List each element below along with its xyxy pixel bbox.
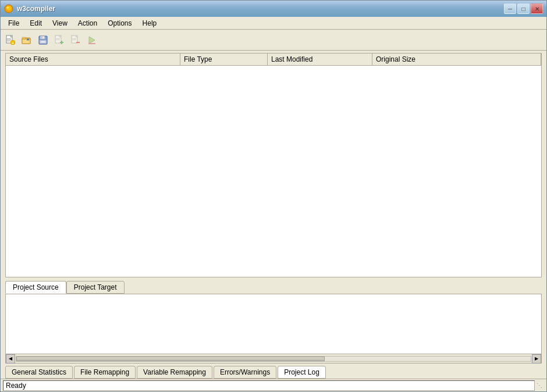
open-icon — [22, 35, 32, 45]
menu-file[interactable]: File — [3, 17, 24, 29]
menu-view[interactable]: View — [47, 17, 73, 29]
compile-icon — [87, 35, 97, 45]
tab-errors-warnings[interactable]: Errors/Warnings — [214, 366, 276, 379]
file-list-area: Source Files File Type Last Modified Ori… — [5, 53, 542, 277]
column-header-type: File Type — [180, 54, 268, 65]
svg-rect-5 — [7, 38, 11, 39]
toolbar-remove-button[interactable] — [68, 33, 83, 48]
svg-text:+: + — [12, 41, 14, 45]
menu-edit[interactable]: Edit — [24, 17, 47, 29]
file-list-body[interactable] — [6, 66, 541, 277]
source-tabs: Project Source Project Target — [1, 280, 546, 294]
svg-rect-16 — [41, 36, 42, 38]
tab-project-log[interactable]: Project Log — [278, 366, 326, 379]
title-bar: w3compiler ─ □ ✕ — [1, 1, 546, 17]
tab-file-remapping[interactable]: File Remapping — [74, 366, 136, 379]
tab-project-source[interactable]: Project Source — [5, 281, 66, 294]
menu-bar: File Edit View Action Options Help — [1, 17, 546, 30]
minimize-button[interactable]: ─ — [504, 3, 516, 14]
tab-project-target[interactable]: Project Target — [66, 281, 125, 294]
toolbar-new-button[interactable]: + — [3, 33, 18, 48]
status-bar: Ready ⋱ — [1, 379, 546, 391]
toolbar-compile-button[interactable] — [84, 33, 100, 48]
resize-grip[interactable]: ⋱ — [535, 381, 544, 390]
main-content: Source Files File Type Last Modified Ori… — [1, 51, 546, 391]
bottom-content[interactable] — [6, 294, 541, 354]
title-bar-left: w3compiler — [4, 4, 55, 13]
column-header-size: Original Size — [372, 54, 541, 65]
column-header-modified: Last Modified — [268, 54, 372, 65]
svg-rect-12 — [22, 37, 26, 39]
menu-options[interactable]: Options — [102, 17, 137, 29]
app-icon — [4, 4, 13, 13]
toolbar-open-button[interactable] — [19, 33, 34, 48]
add-icon — [54, 35, 65, 45]
svg-rect-27 — [72, 38, 76, 39]
new-file-icon: + — [5, 35, 16, 45]
scroll-thumb[interactable] — [16, 357, 325, 361]
svg-point-2 — [6, 7, 9, 9]
tab-variable-remapping[interactable]: Variable Remapping — [137, 366, 212, 379]
toolbar-save-button[interactable] — [35, 33, 51, 48]
svg-rect-6 — [7, 40, 11, 40]
column-header-source: Source Files — [6, 54, 180, 65]
save-icon — [38, 35, 48, 45]
scroll-track[interactable] — [16, 356, 531, 362]
bottom-tabs: General Statistics File Remapping Variab… — [1, 366, 546, 379]
scroll-left-button[interactable]: ◀ — [6, 354, 15, 364]
maximize-button[interactable]: □ — [517, 3, 530, 14]
close-button[interactable]: ✕ — [531, 3, 543, 14]
title-buttons: ─ □ ✕ — [504, 3, 543, 14]
horizontal-scrollbar[interactable]: ◀ ▶ — [6, 354, 541, 363]
svg-rect-21 — [56, 38, 60, 39]
svg-marker-30 — [89, 37, 95, 44]
main-window: w3compiler ─ □ ✕ File Edit View Action O… — [0, 0, 547, 392]
menu-action[interactable]: Action — [73, 17, 102, 29]
bottom-panel: ◀ ▶ — [5, 294, 542, 364]
status-text: Ready — [3, 380, 535, 391]
menu-help[interactable]: Help — [137, 17, 162, 29]
toolbar-add-button[interactable] — [52, 33, 67, 48]
window-title: w3compiler — [17, 5, 55, 13]
file-list-header: Source Files File Type Last Modified Ori… — [6, 54, 541, 66]
svg-rect-22 — [56, 40, 60, 40]
tab-general-statistics[interactable]: General Statistics — [5, 366, 73, 379]
svg-rect-28 — [72, 40, 76, 40]
svg-rect-18 — [41, 41, 45, 42]
toolbar: + — [1, 30, 546, 51]
svg-rect-11 — [22, 39, 30, 44]
svg-rect-7 — [7, 41, 10, 41]
scroll-right-button[interactable]: ▶ — [532, 354, 541, 364]
remove-icon — [70, 35, 81, 45]
